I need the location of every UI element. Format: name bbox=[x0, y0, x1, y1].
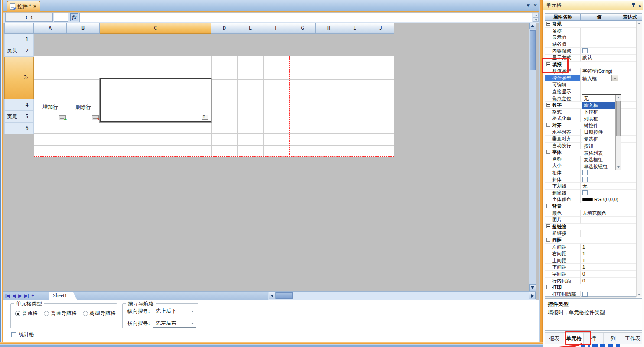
property-name-cell[interactable]: 背景 bbox=[545, 203, 636, 210]
dropdown-item[interactable]: 表格列表 bbox=[582, 150, 616, 157]
property-value-cell[interactable]: 无填充颜色 无填充颜色 bbox=[581, 210, 618, 217]
property-row[interactable]: 背景 bbox=[545, 203, 636, 210]
property-expression-cell[interactable] bbox=[618, 250, 636, 257]
sheet-nav-button[interactable]: |◀ bbox=[5, 292, 10, 299]
control-type-combo[interactable]: 输入框 bbox=[581, 75, 618, 82]
property-name-cell[interactable]: 打印 bbox=[545, 284, 636, 291]
property-value-cell[interactable] bbox=[581, 41, 618, 48]
property-expression-cell[interactable] bbox=[618, 196, 636, 203]
chevron-down-icon[interactable] bbox=[611, 75, 618, 81]
property-value-cell[interactable]: 1 1 bbox=[581, 264, 618, 271]
property-name-cell[interactable]: 垂直对齐 bbox=[545, 136, 581, 143]
property-expression-cell[interactable] bbox=[618, 75, 636, 82]
property-row[interactable]: 删除线 bbox=[545, 190, 636, 197]
row-header-6[interactable]: 6 bbox=[20, 123, 34, 134]
property-row[interactable]: 打印时隐藏 bbox=[545, 291, 636, 298]
property-expression-cell[interactable] bbox=[618, 210, 636, 217]
property-expression-cell[interactable] bbox=[618, 48, 636, 55]
property-name-cell[interactable]: 行内间距 bbox=[545, 278, 581, 285]
scroll-left-button[interactable] bbox=[269, 292, 276, 299]
formula-input[interactable] bbox=[79, 13, 532, 22]
scroll-up-icon[interactable] bbox=[617, 97, 620, 98]
collapse-icon[interactable] bbox=[546, 123, 550, 127]
property-name-cell[interactable]: 图片 bbox=[545, 217, 581, 224]
property-row[interactable]: 内容隐藏 bbox=[545, 48, 636, 55]
scroll-down-icon[interactable] bbox=[638, 294, 641, 295]
tab-group-close-icon[interactable]: × bbox=[534, 3, 537, 8]
cell-B3[interactable]: 删除行 × bbox=[67, 79, 100, 122]
collapse-icon[interactable] bbox=[546, 238, 550, 242]
row-corner-cell[interactable] bbox=[20, 23, 34, 34]
property-value-cell[interactable] bbox=[581, 81, 618, 88]
sheet-nav-button[interactable]: + bbox=[31, 292, 34, 299]
collapse-icon[interactable] bbox=[546, 150, 550, 154]
property-name-cell[interactable]: 斜体 bbox=[545, 176, 581, 183]
panel-tab[interactable]: 工作表 bbox=[623, 333, 642, 344]
property-name-cell[interactable]: 格式 bbox=[545, 109, 581, 116]
property-row[interactable]: 数值类型 字符型(String) 字符型(String) bbox=[545, 68, 636, 75]
property-name-cell[interactable]: 水平对齐 bbox=[545, 129, 581, 136]
fx-button[interactable]: fx bbox=[70, 13, 78, 21]
property-name-cell[interactable]: 控件类型 bbox=[545, 75, 581, 82]
property-name-cell[interactable]: 内容隐藏 bbox=[545, 48, 581, 55]
property-value-cell[interactable]: 0 0 bbox=[581, 271, 618, 278]
panel-tab[interactable]: 行 bbox=[584, 333, 603, 344]
property-value-cell[interactable]: 字符型(String) 字符型(String) bbox=[581, 68, 618, 75]
cell-A3[interactable]: 增加行 + bbox=[34, 79, 67, 122]
column-header-D[interactable]: D bbox=[211, 23, 237, 34]
dropdown-scrollbar[interactable] bbox=[615, 95, 621, 170]
sheet-nav-button[interactable]: ▶| bbox=[24, 292, 29, 299]
property-name-cell[interactable]: 显示值 bbox=[545, 34, 581, 41]
property-value-cell[interactable]: RGB(0,0,0) RGB(0,0,0) bbox=[581, 196, 618, 203]
band-cell-row3[interactable] bbox=[4, 57, 20, 99]
property-grid-scrollbar[interactable] bbox=[636, 21, 642, 297]
property-row[interactable]: 斜体 bbox=[545, 176, 636, 183]
pin-icon[interactable] bbox=[631, 2, 635, 8]
property-name-cell[interactable]: 超链接 bbox=[545, 230, 581, 237]
property-row[interactable]: 名称 bbox=[545, 28, 636, 35]
property-value-cell[interactable]: 1 1 bbox=[581, 250, 618, 257]
property-value-cell[interactable] bbox=[581, 34, 618, 41]
property-expression-cell[interactable] bbox=[618, 28, 636, 35]
panel-tab[interactable]: 单元格 bbox=[564, 333, 584, 344]
property-value-cell[interactable]: 1 1 bbox=[581, 244, 618, 251]
property-value-cell[interactable] bbox=[581, 169, 618, 176]
property-value-cell[interactable] bbox=[581, 190, 618, 197]
checkbox-icon[interactable] bbox=[582, 177, 588, 182]
property-expression-cell[interactable] bbox=[618, 81, 636, 88]
property-name-cell[interactable]: 可编辑 bbox=[545, 81, 581, 88]
band-cell-row1[interactable] bbox=[4, 34, 20, 45]
column-header-J[interactable]: J bbox=[368, 23, 394, 34]
property-expression-cell[interactable] bbox=[618, 34, 636, 41]
column-header-H[interactable]: H bbox=[316, 23, 342, 34]
selected-cell-C3[interactable]: I bbox=[100, 78, 211, 122]
property-expression-cell[interactable] bbox=[618, 244, 636, 251]
panel-close-icon[interactable]: × bbox=[639, 2, 641, 10]
radio-icon[interactable] bbox=[15, 311, 20, 316]
property-row[interactable]: 字体颜色 RGB(0,0,0) RGB(0,0,0) bbox=[545, 196, 636, 203]
dropdown-item[interactable]: 日期控件 bbox=[582, 129, 616, 136]
header-expression[interactable]: 表达式 bbox=[618, 14, 642, 21]
band-cell-row4[interactable] bbox=[4, 99, 20, 111]
panel-tab[interactable]: 报表 bbox=[545, 333, 564, 344]
property-name-cell[interactable]: 显示方式 bbox=[545, 55, 581, 62]
dropdown-item[interactable]: 复选框组 bbox=[582, 156, 616, 163]
checkbox-icon[interactable] bbox=[582, 170, 588, 175]
property-row[interactable]: 下间距 1 1 bbox=[545, 264, 636, 271]
band-label-page-header[interactable]: 页头 bbox=[4, 45, 20, 57]
collapse-icon[interactable] bbox=[546, 204, 550, 208]
dropdown-item[interactable]: 复选框 bbox=[582, 136, 616, 143]
property-name-cell[interactable]: 字间距 bbox=[545, 271, 581, 278]
collapse-icon[interactable] bbox=[546, 224, 550, 228]
band-corner-cell[interactable] bbox=[4, 23, 20, 34]
property-value-cell[interactable]: 无 无 bbox=[581, 183, 618, 190]
formula-bar-spinner[interactable] bbox=[533, 13, 539, 22]
property-row[interactable]: 可编辑 bbox=[545, 81, 636, 88]
dropdown-item[interactable]: 按钮 bbox=[582, 143, 616, 150]
sheet-tab[interactable]: Sheet1 bbox=[49, 292, 77, 300]
property-expression-cell[interactable] bbox=[618, 169, 636, 176]
property-name-cell[interactable]: 左间距 bbox=[545, 244, 581, 251]
property-row[interactable]: 常规 bbox=[545, 21, 636, 28]
vertical-search-select[interactable]: 先上后下 bbox=[153, 307, 196, 315]
property-name-cell[interactable]: 右间距 bbox=[545, 250, 581, 257]
